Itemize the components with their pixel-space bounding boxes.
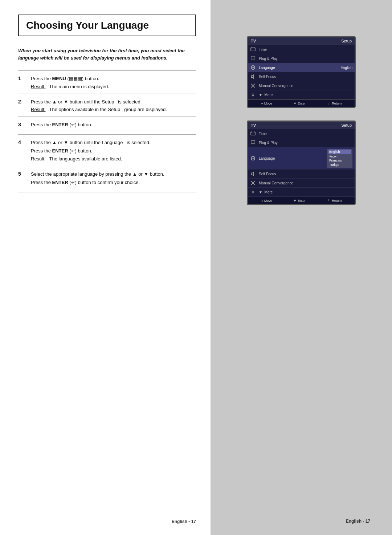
tv2-row-plugplay: Plug & Play <box>248 138 355 147</box>
lang-icon <box>250 65 256 70</box>
dropdown-english: English <box>328 150 351 154</box>
step-2: 2 Press the ▲ or ▼ button until the Setu… <box>18 94 196 117</box>
step-3: 3 Press the ENTER (↵) button. <box>18 117 196 134</box>
step-5-text2: Press the ENTER (↵) button to confirm yo… <box>31 179 196 186</box>
plugplay-label-2: Plug & Play <box>259 141 352 145</box>
move-label-2: Move <box>264 199 272 203</box>
dropdown-arabic: العربية <box>328 154 351 158</box>
tv-row-more: ▼ More <box>248 90 355 99</box>
step-number-5: 5 <box>18 171 25 177</box>
language-value: English <box>340 66 352 70</box>
step-2-result-text: The options available in the Setup group… <box>49 107 167 112</box>
step-3-text: Press the ENTER (↵) button. <box>31 121 196 128</box>
time-label: Time <box>259 48 352 52</box>
step-number-1: 1 <box>18 75 25 81</box>
return-label-2: Return <box>332 199 342 203</box>
step-number-4: 4 <box>18 139 25 145</box>
x-icon-2 <box>250 180 256 186</box>
clock-icon-2 <box>250 131 256 136</box>
tv-screen-2-body: Time Plug & Play Language English العربي… <box>248 129 355 197</box>
sound-icon <box>250 74 256 79</box>
step-1-text: Press the MENU (▦▦▦) button. <box>31 75 196 82</box>
svg-rect-3 <box>251 56 255 59</box>
step-number-3: 3 <box>18 122 25 127</box>
step-4-content: Press the ▲ or ▼ button until the Langua… <box>31 139 196 162</box>
footer-enter: ↵ Enter <box>294 101 306 105</box>
dropdown-francais: Français <box>328 158 351 163</box>
convergence-label: Manual Convergence <box>259 84 352 88</box>
tv-screen-1: TV Setup Time Plug & Play <box>247 36 356 108</box>
step-2-result: Result: The options available in the Set… <box>31 107 196 112</box>
time-label-2: Time <box>259 132 352 136</box>
svg-marker-7 <box>252 75 254 79</box>
tv-screen-1-body: Time Plug & Play Language : English <box>248 45 355 99</box>
dropdown-turkce: Türkçe <box>328 163 351 167</box>
svg-point-10 <box>252 94 254 95</box>
step-3-content: Press the ENTER (↵) button. <box>31 121 196 130</box>
tv-screen-1-footer: ⬧ Move ↵ Enter ⋮ Return <box>248 99 355 107</box>
svg-point-23 <box>252 191 254 193</box>
move-label: Move <box>264 102 272 105</box>
step-2-content: Press the ▲ or ▼ button until the Setup … <box>31 98 196 113</box>
tv2-row-selffocus: Self Focus <box>248 170 355 179</box>
plug-icon <box>250 56 256 61</box>
footer-move: ⬧ Move <box>261 101 272 105</box>
setup-label-1: Setup <box>341 39 352 43</box>
lang-icon-2 <box>250 155 256 161</box>
step-4-result: Result: The languages available are list… <box>31 156 196 162</box>
language-label-2: Language <box>259 156 324 160</box>
tv-screen-1-header: TV Setup <box>248 37 355 45</box>
tv2-row-more: ▼ More <box>248 188 355 197</box>
more-label-2: ▼ More <box>259 190 352 194</box>
svg-rect-16 <box>251 140 255 143</box>
english-page-label: English - 17 <box>346 518 370 524</box>
tv-label-2: TV <box>251 123 256 127</box>
page-footer: English - 17 <box>172 519 196 524</box>
step-number-2: 2 <box>18 99 25 105</box>
setup-label-2: Setup <box>341 123 352 127</box>
tv2-row-convergence: Manual Convergence <box>248 179 355 188</box>
selffocus-label-2: Self Focus <box>259 172 352 176</box>
step-5-text: Select the appropriate language by press… <box>31 171 196 178</box>
settings-icon-2 <box>250 189 256 195</box>
step-2-text: Press the ▲ or ▼ button until the Setup … <box>31 98 196 106</box>
clock-icon <box>250 46 256 52</box>
convergence-label-2: Manual Convergence <box>259 181 352 185</box>
main-content: Choosing Your Language When you start us… <box>0 0 211 535</box>
tv-label-1: TV <box>251 39 256 43</box>
step-1: 1 Press the MENU (▦▦▦) button. Result: T… <box>18 70 196 94</box>
svg-marker-20 <box>252 172 254 176</box>
selffocus-label: Self Focus <box>259 75 352 79</box>
plugplay-label: Plug & Play <box>259 57 352 61</box>
intro-paragraph: When you start using your television for… <box>18 47 196 61</box>
x-icon <box>250 83 256 89</box>
footer-return-2: ⋮ Return <box>327 199 342 203</box>
footer-move-2: ⬧ Move <box>261 199 272 203</box>
svg-rect-13 <box>251 132 255 135</box>
footer-return: ⋮ Return <box>327 101 342 105</box>
return-label: Return <box>332 102 342 105</box>
step-4-result-label: Result: <box>31 156 45 162</box>
language-dropdown: English العربية Français Türkçe <box>327 149 352 168</box>
step-4-text2: Press the ENTER (↵) button. <box>31 147 196 155</box>
step-1-result-text: The main menu is displayed. <box>49 84 109 89</box>
step-2-result-label: Result: <box>31 107 45 112</box>
step-5: 5 Select the appropriate language by pre… <box>18 166 196 192</box>
tv2-row-time: Time <box>248 129 355 138</box>
enter-label: Enter <box>298 102 306 105</box>
page-title: Choosing Your Language <box>26 20 188 31</box>
step-5-content: Select the appropriate language by press… <box>31 171 196 188</box>
language-label: Language <box>259 66 332 70</box>
more-label: ▼ More <box>259 93 352 97</box>
plug-icon-2 <box>250 140 256 146</box>
tv-row-convergence: Manual Convergence <box>248 81 355 90</box>
tv-screen-2-header: TV Setup <box>248 122 355 129</box>
sound-icon-2 <box>250 171 256 177</box>
tv-row-time: Time <box>248 45 355 54</box>
tv-row-selffocus: Self Focus <box>248 72 355 81</box>
step-1-result: Result: The main menu is displayed. <box>31 84 196 89</box>
steps-container: 1 Press the MENU (▦▦▦) button. Result: T… <box>18 70 196 192</box>
tv-screen-2-footer: ⬧ Move ↵ Enter ⋮ Return <box>248 197 355 204</box>
title-box: Choosing Your Language <box>18 15 196 36</box>
tv2-row-language: Language English العربية Français Türkçe <box>248 147 355 170</box>
